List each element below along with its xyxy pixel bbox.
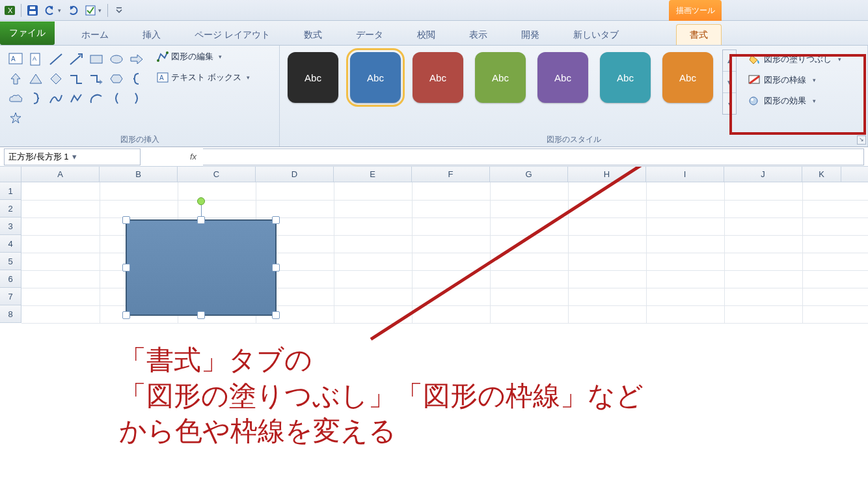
shape-freeform-icon[interactable] [66,89,86,108]
select-all-corner[interactable] [0,167,21,182]
swatch-text: Abc [617,72,634,83]
shape-brace-l-icon[interactable] [126,69,146,89]
formula-bar[interactable] [203,148,864,165]
tab-dev[interactable]: 開発 [508,24,553,45]
shape-elbow-arrow-icon[interactable] [86,69,106,89]
style-swatch-3[interactable]: Abc [413,52,463,103]
cell-grid[interactable]: 「書式」タブの 「図形の塗りつぶし」「図形の枠線」など から色や枠線を変える [21,182,868,323]
style-swatch-5[interactable]: Abc [537,52,588,103]
qat-customize-icon[interactable] [111,3,127,18]
row-header[interactable]: 2 [0,200,21,217]
tab-review[interactable]: 校閲 [403,24,449,45]
shape-rect-icon[interactable] [86,49,106,69]
shape-oval-icon[interactable] [106,49,126,69]
save-icon[interactable] [25,3,40,18]
shape-cloud-icon[interactable] [5,89,25,108]
svg-text:X: X [8,7,13,14]
col-header[interactable]: H [568,167,646,182]
dialog-launcher-icon[interactable]: ↘ [857,135,866,145]
resize-handle[interactable] [122,216,130,224]
col-header[interactable]: E [334,167,412,182]
name-box-dropdown-icon[interactable]: ▾ [72,152,136,161]
col-header[interactable]: F [412,167,490,182]
resize-handle[interactable] [122,311,130,319]
resize-handle[interactable] [197,216,205,224]
shape-diamond-icon[interactable] [46,69,66,89]
shape-curve-icon[interactable] [46,89,66,108]
rotation-connector [201,205,202,217]
style-swatch-7[interactable]: Abc [662,52,713,103]
col-header[interactable]: I [646,167,724,182]
qat-custom-button[interactable] [82,3,104,18]
shape-triangle-icon[interactable] [25,69,46,89]
tab-insert[interactable]: 挿入 [129,24,174,45]
tab-home[interactable]: ホーム [68,24,122,45]
col-header[interactable]: K [802,167,841,182]
resize-handle[interactable] [122,264,130,272]
style-swatch-2[interactable]: Abc [350,52,401,103]
shape-rightarrow-icon[interactable] [126,49,146,69]
col-header[interactable]: B [100,167,178,182]
scroll-down-icon[interactable]: ▼ [723,72,736,93]
gallery-more-icon[interactable]: ▾ [723,93,736,114]
row-header[interactable]: 8 [0,305,21,323]
shape-fill-button[interactable]: 図形の塗りつぶし [748,53,841,65]
shape-elbow-icon[interactable] [66,69,86,89]
tab-format[interactable]: 書式 [676,24,722,45]
shape-textbox-v-icon[interactable]: A [25,49,46,69]
resize-handle[interactable] [272,216,280,224]
row-header[interactable]: 5 [0,253,21,270]
shape-brace-r-icon[interactable] [25,89,46,108]
fx-label[interactable]: fx [183,152,203,161]
col-header[interactable]: D [256,167,334,182]
resize-handle[interactable] [272,311,280,319]
scroll-up-icon[interactable]: ▲ [723,50,736,72]
style-swatch-4[interactable]: Abc [475,52,526,103]
resize-handle[interactable] [272,264,280,272]
row-header[interactable]: 1 [0,182,21,200]
shape-hexagon-icon[interactable] [106,69,126,89]
style-gallery-scroll[interactable]: ▲ ▼ ▾ [722,49,737,115]
resize-handle[interactable] [197,311,205,319]
shape-uparrow-icon[interactable] [5,69,25,89]
col-header[interactable]: C [178,167,256,182]
shape-line-icon[interactable] [46,49,66,69]
row-header[interactable]: 7 [0,288,21,305]
selected-rectangle-shape[interactable] [126,219,277,316]
shapes-gallery[interactable]: A A [5,49,152,133]
row-header[interactable]: 6 [0,270,21,288]
text-box-button[interactable]: A テキスト ボックス [157,72,250,83]
shape-format-commands: 図形の塗りつぶし 図形の枠線 図形の効果 [743,49,847,111]
excel-app-icon[interactable]: X [2,3,18,18]
shape-star-icon[interactable] [5,108,25,128]
col-header[interactable]: G [490,167,568,182]
shape-paren-r-icon[interactable] [126,89,146,108]
redo-icon[interactable] [65,3,81,18]
tab-newtab[interactable]: 新しいタブ [560,24,632,45]
svg-point-14 [157,59,159,62]
style-swatch-1[interactable]: Abc [288,52,338,103]
col-header[interactable]: A [21,167,100,182]
name-box[interactable]: 正方形/長方形 1 ▾ [4,148,141,165]
edit-shape-button[interactable]: 図形の編集 [157,51,250,63]
shape-arrow-icon[interactable] [66,49,86,69]
row-header[interactable]: 3 [0,217,21,235]
text-box-label: テキスト ボックス [171,72,241,83]
tab-data[interactable]: データ [342,24,397,45]
shape-textbox-icon[interactable]: A [5,49,25,69]
rotation-handle[interactable] [197,197,205,205]
tab-view[interactable]: 表示 [455,24,501,45]
shape-effects-button[interactable]: 図形の効果 [748,95,841,107]
undo-icon[interactable] [42,3,64,18]
file-tab[interactable]: ファイル [0,21,55,45]
row-header[interactable]: 4 [0,235,21,253]
contextual-tab-label: 描画ツール [669,0,722,21]
tab-formula[interactable]: 数式 [290,24,336,45]
shape-arc-icon[interactable] [86,89,106,108]
shape-paren-l-icon[interactable] [106,89,126,108]
shape-outline-button[interactable]: 図形の枠線 [748,74,841,86]
style-gallery[interactable]: Abc Abc Abc Abc Abc Abc Abc [285,49,716,105]
col-header[interactable]: J [724,167,802,182]
tab-pagelyt[interactable]: ページ レイアウト [181,24,284,45]
style-swatch-6[interactable]: Abc [600,52,651,103]
